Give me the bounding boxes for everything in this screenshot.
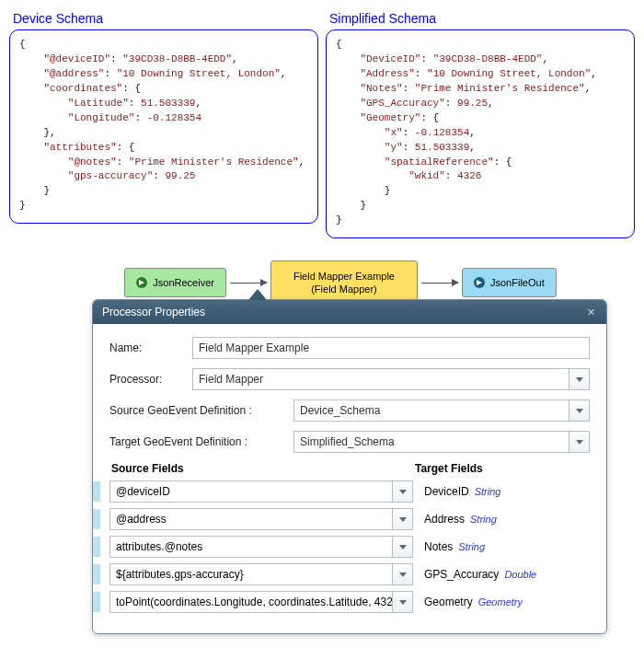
target-field-type: String [475, 486, 501, 497]
source-def-value: Device_Schema [300, 404, 380, 417]
svg-marker-9 [399, 600, 407, 605]
field-map-row: Line 2@addressAddressString [92, 508, 590, 530]
processor-label: Processor: [109, 373, 192, 386]
processor-properties-panel: Processor Properties ✕ Name: Processor: … [92, 299, 607, 634]
target-field-name: Address [424, 513, 465, 526]
panel-title: Processor Properties [102, 306, 205, 318]
processor-select[interactable]: Field Mapper [192, 368, 590, 390]
field-map-row: Line 3attributes.@notesNotesString [92, 536, 590, 558]
simplified-schema-title: Simplified Schema [329, 11, 436, 26]
flow-processor-label-1: Field Mapper Example [293, 271, 395, 282]
flow-processor-node[interactable]: Field Mapper Example (Field Mapper) [270, 260, 418, 305]
chevron-down-icon [569, 369, 589, 389]
simplified-schema-box: { "DeviceID": "39CD38-D8BB-4EDD", "Addre… [326, 29, 635, 238]
flow-input-node[interactable]: JsonReceiver [124, 268, 226, 297]
source-field-select[interactable]: attributes.@notes [109, 536, 413, 558]
simplified-schema-json: { "DeviceID": "39CD38-D8BB-4EDD", "Addre… [336, 38, 625, 228]
flow-output-label: JsonFileOut [490, 277, 545, 288]
svg-marker-2 [576, 377, 583, 382]
target-def-select[interactable]: Simplified_Schema [293, 431, 590, 453]
line-badge: Line 3 [92, 537, 100, 557]
target-fields-header: Target Fields [415, 462, 590, 475]
svg-marker-1 [477, 280, 482, 285]
line-badge: Line 4 [92, 564, 100, 584]
target-field-name: GPS_Accuracy [424, 568, 499, 581]
source-def-select[interactable]: Device_Schema [293, 399, 590, 422]
line-badge: Line 1 [92, 481, 100, 502]
source-fields-header: Source Fields [109, 462, 415, 475]
line-badge: Line 5 [92, 592, 100, 612]
source-field-select[interactable]: @address [109, 508, 413, 530]
play-icon [474, 277, 485, 288]
target-field-type: String [470, 514, 497, 525]
svg-marker-0 [139, 280, 144, 285]
source-field-select[interactable]: toPoint(coordinates.Longitude, coordinat… [109, 591, 413, 613]
chevron-down-icon [569, 432, 589, 452]
source-field-value: @deviceID [116, 485, 170, 498]
chevron-down-icon [392, 509, 412, 529]
chevron-down-icon [569, 400, 589, 421]
target-field-name: Geometry [424, 596, 473, 608]
source-field-select[interactable]: ${attributes.gps-accuracy} [109, 563, 413, 585]
field-map-row: Line 1@deviceIDDeviceIDString [92, 480, 590, 503]
device-schema-box: { "@deviceID": "39CD38-D8BB-4EDD", "@add… [9, 29, 318, 224]
processor-select-value: Field Mapper [199, 373, 263, 386]
device-schema-title: Device Schema [13, 11, 103, 26]
panel-pointer-icon [248, 289, 267, 300]
panel-header: Processor Properties ✕ [93, 300, 606, 324]
flow-diagram: JsonReceiver Field Mapper Example (Field… [9, 260, 635, 305]
arrow-icon [421, 283, 458, 283]
chevron-down-icon [392, 537, 412, 557]
svg-marker-8 [399, 573, 407, 577]
field-map-row: Line 4${attributes.gps-accuracy}GPS_Accu… [92, 563, 590, 585]
name-input[interactable] [192, 337, 590, 359]
target-field-name: Notes [424, 540, 453, 553]
name-label: Name: [109, 341, 192, 354]
target-field-type: String [458, 541, 485, 552]
source-field-value: ${attributes.gps-accuracy} [116, 568, 244, 581]
chevron-down-icon [392, 481, 412, 502]
svg-marker-7 [399, 545, 407, 550]
target-def-value: Simplified_Schema [300, 435, 395, 448]
svg-marker-3 [576, 409, 583, 413]
source-def-label: Source GeoEvent Definition : [109, 404, 293, 417]
field-map-row: Line 5toPoint(coordinates.Longitude, coo… [92, 591, 590, 613]
target-field-type: Double [504, 569, 536, 580]
chevron-down-icon [392, 564, 412, 584]
chevron-down-icon [392, 592, 412, 612]
target-def-label: Target GeoEvent Definition : [109, 435, 293, 448]
svg-marker-6 [399, 517, 407, 522]
close-icon[interactable]: ✕ [584, 306, 597, 318]
line-badge: Line 2 [92, 509, 100, 529]
flow-processor-label-2: (Field Mapper) [311, 283, 377, 295]
play-icon [136, 277, 147, 288]
target-field-name: DeviceID [424, 485, 469, 498]
arrow-icon [230, 283, 267, 283]
target-field-type: Geometry [478, 596, 523, 607]
source-field-value: toPoint(coordinates.Longitude, coordinat… [116, 596, 403, 608]
source-field-value: attributes.@notes [116, 540, 202, 553]
flow-output-node[interactable]: JsonFileOut [462, 268, 557, 297]
flow-input-label: JsonReceiver [153, 277, 214, 288]
svg-marker-4 [576, 440, 583, 445]
svg-marker-5 [399, 490, 407, 494]
device-schema-json: { "@deviceID": "39CD38-D8BB-4EDD", "@add… [19, 38, 308, 214]
source-field-value: @address [116, 513, 167, 526]
source-field-select[interactable]: @deviceID [109, 480, 413, 503]
